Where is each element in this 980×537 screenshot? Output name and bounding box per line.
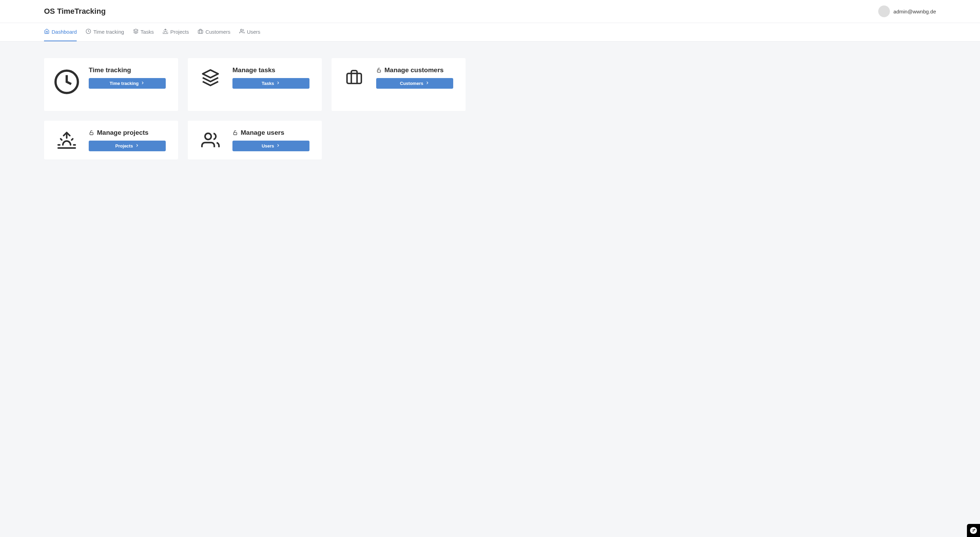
nav-dashboard[interactable]: Dashboard	[44, 23, 77, 41]
card-title-text: Manage tasks	[232, 66, 275, 74]
time-tracking-button[interactable]: Time tracking	[89, 78, 166, 89]
card-title: Manage customers	[376, 66, 457, 74]
button-label: Users	[262, 143, 274, 149]
users-icon	[197, 129, 224, 149]
chevron-right-icon	[425, 81, 430, 86]
avatar	[878, 5, 890, 17]
content: Time tracking Time tracking Manage tasks…	[0, 41, 980, 176]
button-label: Customers	[400, 81, 423, 86]
button-label: Tasks	[262, 81, 274, 86]
nav-users[interactable]: Users	[239, 23, 260, 41]
user-email: admin@wwnbg.de	[893, 9, 936, 14]
card-title: Manage projects	[89, 129, 169, 137]
unlock-icon	[376, 67, 382, 73]
home-icon	[44, 29, 49, 35]
nav-label: Users	[247, 29, 260, 35]
card-tasks: Manage tasks Tasks	[188, 58, 322, 111]
nav-customers[interactable]: Customers	[198, 23, 231, 41]
card-title-text: Manage users	[241, 129, 284, 137]
clock-icon	[53, 66, 81, 95]
header: OS TimeTracking admin@wwnbg.de	[0, 0, 980, 23]
main-nav: Dashboard Time tracking Tasks Projects C…	[0, 23, 980, 41]
nav-label: Customers	[205, 29, 231, 35]
card-time-tracking: Time tracking Time tracking	[44, 58, 178, 111]
unlock-icon	[89, 130, 94, 135]
card-title: Time tracking	[89, 66, 169, 74]
projects-button[interactable]: Projects	[89, 141, 166, 151]
customers-button[interactable]: Customers	[376, 78, 453, 89]
nav-label: Dashboard	[52, 29, 77, 35]
card-title: Manage users	[232, 129, 313, 137]
card-title-text: Time tracking	[89, 66, 131, 74]
sunrise-icon	[163, 29, 168, 35]
nav-projects[interactable]: Projects	[163, 23, 189, 41]
tasks-button[interactable]: Tasks	[232, 78, 309, 89]
card-customers: Manage customers Customers	[331, 58, 466, 111]
nav-label: Time tracking	[93, 29, 124, 35]
card-title-text: Manage projects	[97, 129, 148, 137]
card-users: Manage users Users	[188, 121, 322, 159]
nav-label: Projects	[170, 29, 189, 35]
chevron-right-icon	[141, 81, 145, 86]
clock-icon	[86, 29, 91, 35]
briefcase-icon	[340, 66, 368, 86]
card-title-text: Manage customers	[385, 66, 444, 74]
chevron-right-icon	[276, 81, 280, 86]
nav-time-tracking[interactable]: Time tracking	[86, 23, 124, 41]
layers-icon	[197, 66, 224, 87]
card-grid: Time tracking Time tracking Manage tasks…	[44, 58, 936, 159]
user-menu[interactable]: admin@wwnbg.de	[878, 5, 936, 17]
chevron-right-icon	[135, 143, 139, 149]
nav-tasks[interactable]: Tasks	[133, 23, 154, 41]
chevron-right-icon	[276, 143, 280, 149]
users-button[interactable]: Users	[232, 141, 309, 151]
button-label: Time tracking	[110, 81, 138, 86]
card-title: Manage tasks	[232, 66, 313, 74]
users-icon	[239, 29, 245, 35]
button-label: Projects	[115, 143, 133, 149]
nav-label: Tasks	[141, 29, 154, 35]
briefcase-icon	[198, 29, 203, 35]
unlock-icon	[232, 130, 238, 135]
card-projects: Manage projects Projects	[44, 121, 178, 159]
sunrise-icon	[53, 129, 81, 149]
app-title: OS TimeTracking	[44, 7, 105, 16]
layers-icon	[133, 29, 138, 35]
